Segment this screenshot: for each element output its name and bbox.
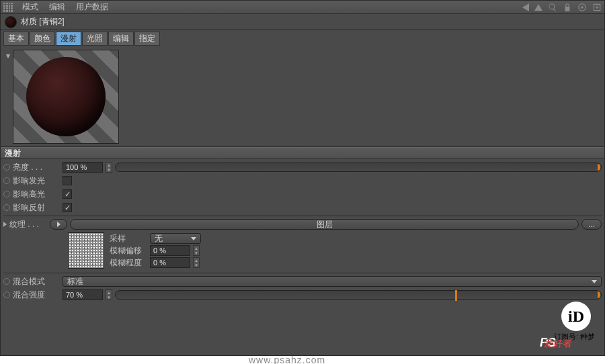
- brightness-label: 亮度 . . .: [13, 162, 60, 173]
- tab-diffuse[interactable]: 漫射: [56, 32, 81, 46]
- mix-strength-input[interactable]: [63, 289, 103, 300]
- affect-specular-label: 影响高光: [13, 189, 60, 200]
- nav-back-icon[interactable]: [522, 3, 529, 11]
- mix-strength-slider[interactable]: [115, 290, 602, 300]
- anim-dot-mix-mode[interactable]: [3, 278, 10, 285]
- anim-dot-affect-specular[interactable]: [3, 191, 10, 197]
- menu-edit[interactable]: 编辑: [44, 1, 71, 13]
- anim-dot-affect-reflection[interactable]: [3, 204, 10, 211]
- target-icon[interactable]: [577, 3, 587, 12]
- tab-editing[interactable]: 编辑: [108, 32, 134, 46]
- nav-up-icon[interactable]: [534, 4, 542, 11]
- affect-reflection-checkbox[interactable]: [63, 203, 72, 212]
- brightness-spinner[interactable]: ▲▼: [106, 162, 112, 173]
- tab-assign[interactable]: 指定: [134, 32, 160, 46]
- blur-scale-spinner[interactable]: ▲▼: [193, 257, 200, 268]
- anim-dot-affect-luminance[interactable]: [3, 177, 10, 184]
- material-swatch-icon[interactable]: [5, 16, 17, 28]
- preview-caret-icon[interactable]: ▾: [6, 51, 13, 60]
- texture-expand-icon[interactable]: [3, 222, 7, 227]
- preview-sphere-icon: [26, 57, 106, 136]
- affect-reflection-label: 影响反射: [13, 202, 60, 214]
- new-icon[interactable]: [592, 3, 602, 12]
- diffuse-params: 亮度 . . . ▲▼ 影响发光 影响高光 影响反射 纹理 . . .: [1, 159, 604, 303]
- mix-strength-spinner[interactable]: ▲▼: [106, 289, 112, 300]
- texture-browse-button[interactable]: ...: [581, 219, 602, 230]
- brightness-input[interactable]: [63, 162, 103, 173]
- brightness-slider[interactable]: [115, 163, 602, 172]
- texture-label: 纹理 . . .: [9, 219, 47, 230]
- watermark-logo: iD: [561, 302, 591, 331]
- mix-strength-label: 混合强度: [13, 289, 60, 301]
- preview-area: ▾: [1, 47, 604, 147]
- lock-icon[interactable]: [563, 3, 572, 12]
- sample-value: 无: [155, 233, 163, 244]
- sample-dropdown[interactable]: 无: [150, 233, 201, 244]
- texture-play-button[interactable]: [50, 219, 67, 230]
- menu-userdata[interactable]: 用户数据: [71, 1, 114, 13]
- search-icon[interactable]: [548, 3, 557, 12]
- affect-specular-checkbox[interactable]: [63, 189, 72, 199]
- material-title: 材质 [青铜2]: [21, 16, 65, 28]
- tabs: 基本 颜色 漫射 光照 编辑 指定: [1, 30, 604, 47]
- tab-color[interactable]: 颜色: [30, 32, 55, 46]
- mix-mode-label: 混合模式: [13, 276, 60, 287]
- section-header-diffuse: 漫射: [1, 147, 604, 159]
- menubar: 模式 编辑 用户数据: [1, 1, 604, 14]
- blur-offset-spinner[interactable]: ▲▼: [193, 245, 200, 256]
- affect-luminance-label: 影响发光: [13, 175, 60, 187]
- menu-mode[interactable]: 模式: [17, 1, 44, 13]
- watermark-ah: 爱好者: [544, 338, 572, 350]
- app-grid-icon[interactable]: [3, 3, 13, 12]
- sample-label: 采样: [110, 233, 147, 244]
- watermark-site: www.psahz.com: [249, 355, 602, 363]
- anim-dot-mix-strength[interactable]: [3, 291, 10, 298]
- blur-scale-input[interactable]: [150, 257, 190, 268]
- blur-offset-label: 模糊偏移: [110, 245, 147, 257]
- title-row: 材质 [青铜2]: [1, 14, 604, 30]
- chevron-down-icon: [191, 237, 196, 240]
- chevron-down-icon: [592, 280, 597, 283]
- material-preview[interactable]: [13, 50, 119, 144]
- blur-scale-label: 模糊程度: [110, 257, 147, 269]
- tab-luminance[interactable]: 光照: [82, 32, 108, 46]
- blur-offset-input[interactable]: [150, 245, 190, 256]
- texture-layer-button[interactable]: 图层: [70, 219, 579, 230]
- mix-mode-dropdown[interactable]: 标准: [63, 276, 602, 287]
- anim-dot-brightness[interactable]: [3, 164, 10, 171]
- tab-basic[interactable]: 基本: [3, 32, 29, 46]
- affect-luminance-checkbox[interactable]: [63, 176, 72, 185]
- texture-thumbnail[interactable]: [68, 232, 104, 269]
- mix-mode-value: 标准: [67, 276, 83, 287]
